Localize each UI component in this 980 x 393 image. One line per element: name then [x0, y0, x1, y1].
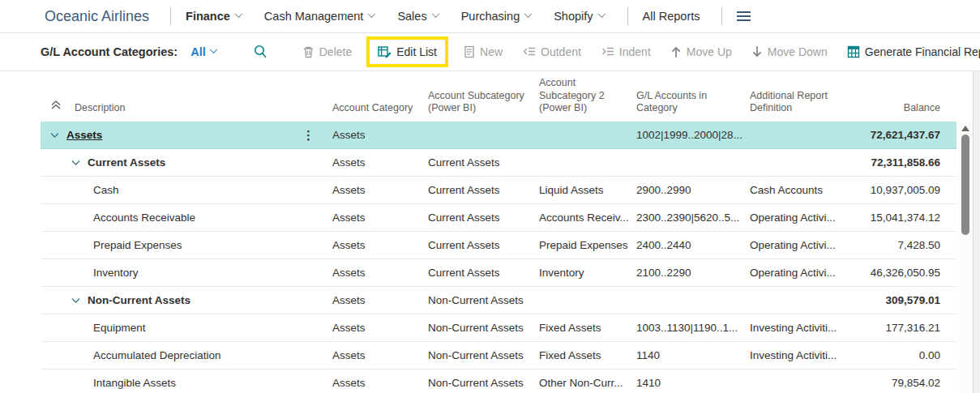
cell-subcategory[interactable]: Current Assets [428, 267, 539, 279]
header-account-subcategory[interactable]: Account Subcategory (Power BI) [428, 90, 539, 115]
cell-subcategory[interactable]: Current Assets [428, 184, 539, 196]
cell-subcategory[interactable]: Non-Current Assets [428, 349, 539, 361]
cell-gl-accounts[interactable]: 2900..2990 [636, 184, 750, 196]
nav-item-all-reports[interactable]: All Reports [643, 10, 700, 23]
row-description[interactable]: Prepaid Expenses [93, 239, 182, 251]
cell-balance[interactable]: 0.00 [841, 349, 956, 361]
table-row-current-assets[interactable]: Current Assets Assets Current Assets 72,… [41, 149, 956, 177]
chevron-down-icon[interactable] [71, 297, 80, 304]
table-row-equipment[interactable]: Equipment Assets Non-Current Assets Fixe… [41, 314, 956, 342]
nav-item-cash-management[interactable]: Cash Management [264, 10, 375, 23]
nav-item-purchasing[interactable]: Purchasing [461, 10, 532, 23]
nav-item-shopify[interactable]: Shopify [554, 10, 604, 23]
chevron-down-icon[interactable] [50, 132, 59, 139]
cell-subcategory2[interactable]: Other Non-Curr... [539, 377, 636, 389]
outdent-button[interactable]: Outdent [520, 42, 583, 62]
row-description[interactable]: Current Assets [88, 156, 165, 169]
row-description[interactable]: Assets [66, 129, 102, 141]
header-account-category[interactable]: Account Category [332, 102, 428, 115]
chevron-down-icon[interactable] [71, 160, 80, 166]
cell-gl-accounts[interactable]: 1410 [636, 377, 750, 389]
table-row-inventory[interactable]: Inventory Assets Current Assets Inventor… [41, 259, 956, 287]
table-row-intangible-assets[interactable]: Intangible Assets Assets Non-Current Ass… [41, 370, 956, 393]
cell-subcategory2[interactable]: Fixed Assets [539, 322, 636, 334]
scrollbar-thumb[interactable] [961, 135, 969, 235]
row-description[interactable]: Cash [93, 184, 119, 196]
cell-balance[interactable]: 7,428.50 [841, 239, 956, 251]
table-row-accumulated-depreciation[interactable]: Accumulated Depreciation Assets Non-Curr… [41, 342, 956, 370]
cell-category[interactable]: Assets [332, 184, 428, 196]
indent-button[interactable]: Indent [599, 42, 653, 62]
cell-gl-accounts[interactable]: 1003..1130|1190..1... [636, 322, 750, 334]
move-down-button[interactable]: Move Down [750, 42, 829, 62]
table-row-prepaid-expenses[interactable]: Prepaid Expenses Assets Current Assets P… [41, 232, 956, 259]
cell-subcategory2[interactable]: Prepaid Expenses [539, 239, 636, 251]
menu-hamburger-icon[interactable] [737, 11, 751, 21]
cell-balance[interactable]: 15,041,374.12 [841, 211, 956, 224]
cell-category[interactable]: Assets [332, 349, 428, 361]
cell-balance[interactable]: 46,326,050.95 [841, 267, 956, 279]
table-row-cash[interactable]: Cash Assets Current Assets Liquid Assets… [41, 177, 956, 204]
cell-balance[interactable]: 79,854.02 [841, 377, 956, 389]
table-row-accounts-receivable[interactable]: Accounts Receivable Assets Current Asset… [41, 204, 956, 232]
delete-button[interactable]: Delete [301, 42, 353, 62]
collapse-all-icon[interactable] [50, 100, 62, 114]
cell-category[interactable]: Assets [332, 377, 428, 389]
cell-balance[interactable]: 177,316.21 [841, 322, 956, 334]
cell-balance[interactable]: 10,937,005.09 [841, 184, 956, 196]
move-up-button[interactable]: Move Up [669, 42, 734, 62]
cell-category[interactable]: Assets [332, 211, 428, 224]
cell-report-definition[interactable]: Investing Activiti... [750, 322, 841, 334]
cell-report-definition[interactable]: Operating Activi... [750, 211, 841, 224]
cell-subcategory2[interactable]: Inventory [539, 267, 636, 279]
cell-report-definition[interactable]: Operating Activi... [750, 239, 841, 251]
cell-gl-accounts[interactable]: 2400..2440 [636, 239, 750, 251]
row-description[interactable]: Accumulated Depreciation [93, 349, 221, 361]
cell-balance[interactable]: 72,621,437.67 [841, 129, 956, 141]
vertical-scrollbar[interactable] [959, 122, 972, 393]
header-balance[interactable]: Balance [841, 102, 956, 115]
cell-report-definition[interactable]: Investing Activiti... [750, 349, 841, 361]
cell-category[interactable]: Assets [332, 129, 428, 141]
cell-gl-accounts[interactable]: 1002|1999..2000|28... [636, 129, 750, 141]
cell-category[interactable]: Assets [332, 294, 428, 306]
cell-category[interactable]: Assets [332, 239, 428, 251]
cell-subcategory[interactable]: Current Assets [428, 211, 539, 224]
nav-item-sales[interactable]: Sales [397, 10, 438, 23]
kebab-menu-icon[interactable]: ⋮ [302, 129, 315, 141]
cell-report-definition[interactable]: Operating Activi... [750, 267, 841, 279]
cell-subcategory[interactable]: Non-Current Assets [428, 294, 539, 306]
scroll-up-arrow-icon[interactable] [961, 126, 969, 131]
cell-category[interactable]: Assets [332, 267, 428, 279]
search-icon[interactable] [252, 44, 268, 60]
header-gl-accounts-in-category[interactable]: G/L Accounts in Category [636, 90, 750, 115]
cell-report-definition[interactable]: Cash Accounts [750, 184, 841, 196]
cell-subcategory[interactable]: Non-Current Assets [428, 377, 539, 389]
nav-item-finance[interactable]: Finance [186, 10, 242, 23]
generate-financial-reports-button[interactable]: Generate Financial Reports [845, 42, 980, 62]
cell-subcategory[interactable]: Non-Current Assets [428, 322, 539, 334]
cell-subcategory[interactable]: Current Assets [428, 156, 539, 169]
header-additional-report-definition[interactable]: Additional Report Definition [750, 90, 841, 115]
cell-category[interactable]: Assets [332, 322, 428, 334]
cell-gl-accounts[interactable]: 2100..2290 [636, 267, 750, 279]
edit-list-button[interactable]: Edit List [376, 42, 439, 62]
new-button[interactable]: New [461, 42, 504, 62]
cell-subcategory2[interactable]: Accounts Receiv... [539, 211, 636, 224]
row-description[interactable]: Equipment [93, 322, 146, 334]
cell-category[interactable]: Assets [332, 156, 428, 169]
cell-balance[interactable]: 309,579.01 [841, 294, 956, 306]
header-account-subcategory-2[interactable]: Account Subcategory 2 (Power BI) [539, 77, 636, 115]
header-description[interactable]: Description [41, 100, 332, 115]
cell-balance[interactable]: 72,311,858.66 [841, 156, 956, 169]
cell-subcategory2[interactable]: Liquid Assets [539, 184, 636, 196]
table-row-assets[interactable]: Assets ⋮ Assets 1002|1999..2000|28... 72… [41, 122, 956, 149]
row-description[interactable]: Non-Current Assets [88, 294, 190, 306]
row-description[interactable]: Accounts Receivable [93, 211, 195, 224]
cell-subcategory[interactable]: Current Assets [428, 239, 539, 251]
view-filter-dropdown[interactable]: All [190, 45, 216, 58]
cell-subcategory2[interactable]: Fixed Assets [539, 349, 636, 361]
cell-gl-accounts[interactable]: 1140 [636, 349, 750, 361]
table-row-non-current-assets[interactable]: Non-Current Assets Assets Non-Current As… [41, 287, 956, 314]
row-description[interactable]: Inventory [93, 267, 139, 279]
